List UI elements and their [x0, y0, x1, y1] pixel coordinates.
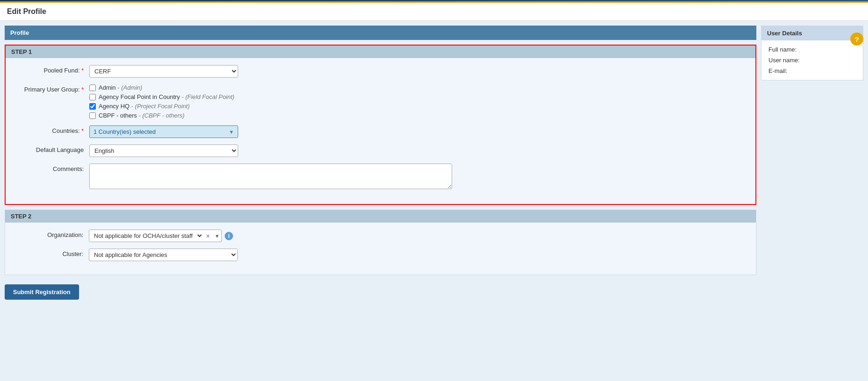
pooled-fund-control: CERF CBPF: [89, 65, 238, 78]
organization-info-icon[interactable]: i: [225, 232, 233, 240]
organization-clear-button[interactable]: ×: [203, 231, 213, 241]
organization-label: Organization:: [14, 230, 89, 238]
primary-user-group-label: Primary User Group: *: [15, 84, 89, 93]
checkbox-afpic-row: Agency Focal Point in Country - (Field F…: [89, 93, 234, 100]
step2-header: STEP 2: [5, 210, 756, 223]
user-details-body: Full name: User name: E-mail:: [761, 40, 863, 80]
cluster-control: Not applicable for Agencies Cluster 1 Cl…: [89, 249, 238, 261]
comments-row: Comments:: [15, 164, 746, 190]
checkbox-agency-hq-row: Agency HQ - (Project Focal Point): [89, 103, 234, 110]
checkbox-admin[interactable]: [89, 85, 96, 91]
organization-control: Not applicable for OCHA/cluster staff × …: [89, 230, 233, 242]
organization-row: Organization: Not applicable for OCHA/cl…: [14, 230, 747, 242]
default-language-label: Default Language: [15, 145, 89, 153]
checkbox-admin-label[interactable]: Admin - (Admin): [99, 84, 142, 91]
user-details-panel: User Details Full name: User name: E-mai…: [761, 26, 863, 80]
org-dropdown-arrow-icon: ▼: [213, 233, 221, 239]
submit-registration-button[interactable]: Submit Registration: [5, 284, 79, 300]
checkbox-admin-row: Admin - (Admin): [89, 84, 234, 91]
profile-header-bar: Profile: [5, 26, 756, 40]
help-button[interactable]: ?: [850, 33, 863, 46]
step1-body: Pooled Fund: * CERF CBPF Primary User Gr…: [6, 58, 755, 204]
checkbox-agency-hq[interactable]: [89, 103, 96, 110]
default-language-select[interactable]: English French Spanish Arabic: [89, 145, 238, 157]
profile-section-header: Profile: [5, 26, 756, 40]
comments-label: Comments:: [15, 164, 89, 172]
left-panel: Profile STEP 1 Pooled Fund: * CERF: [5, 26, 756, 369]
countries-row: Countries: * 1 Country(ies) selected ▼: [15, 125, 746, 138]
step1-header: STEP 1: [6, 46, 755, 58]
org-select-inner: Not applicable for OCHA/cluster staff × …: [89, 230, 222, 242]
default-language-control: English French Spanish Arabic: [89, 145, 238, 157]
cluster-label: Cluster:: [14, 249, 89, 257]
checkbox-cbpf-others[interactable]: [89, 112, 96, 119]
pooled-fund-select[interactable]: CERF CBPF: [89, 65, 238, 78]
default-language-row: Default Language English French Spanish …: [15, 145, 746, 157]
primary-user-group-row: Primary User Group: * Admin - (Admin): [15, 84, 746, 119]
checkbox-cbpf-others-label[interactable]: CBPF - others - (CBPF - others): [99, 112, 185, 119]
page-title: Edit Profile: [0, 3, 868, 21]
step2-container: STEP 2 Organization: Not applicable for …: [5, 210, 756, 275]
primary-user-group-checkboxes: Admin - (Admin) Agency Focal Point in Co…: [89, 84, 234, 119]
main-layout: Profile STEP 1 Pooled Fund: * CERF: [0, 21, 868, 374]
checkbox-afpic-label[interactable]: Agency Focal Point in Country - (Field F…: [99, 93, 234, 100]
right-panel: User Details Full name: User name: E-mai…: [761, 26, 863, 369]
user-details-header: User Details: [761, 26, 863, 40]
step1-container: STEP 1 Pooled Fund: * CERF CBPF: [5, 45, 756, 205]
checkbox-cbpf-others-row: CBPF - others - (CBPF - others): [89, 112, 234, 119]
step2-body: Organization: Not applicable for OCHA/cl…: [5, 223, 756, 275]
checkbox-afpic[interactable]: [89, 94, 96, 100]
comments-textarea[interactable]: [89, 164, 452, 189]
countries-label: Countries: *: [15, 125, 89, 134]
countries-control: 1 Country(ies) selected ▼: [89, 125, 238, 138]
cluster-row: Cluster: Not applicable for Agencies Clu…: [14, 249, 747, 261]
full-name-row: Full name:: [768, 46, 856, 53]
submit-row: Submit Registration: [5, 280, 756, 302]
countries-multiselect-button[interactable]: 1 Country(ies) selected ▼: [89, 125, 238, 138]
cluster-select[interactable]: Not applicable for Agencies Cluster 1 Cl…: [89, 249, 238, 261]
user-name-row: User name:: [768, 57, 856, 64]
organization-select[interactable]: Not applicable for OCHA/cluster staff: [89, 230, 203, 242]
countries-dropdown-arrow: ▼: [229, 129, 234, 135]
pooled-fund-label: Pooled Fund: *: [15, 65, 89, 74]
checkbox-agency-hq-label[interactable]: Agency HQ - (Project Focal Point): [99, 103, 190, 110]
email-row: E-mail:: [768, 67, 856, 74]
pooled-fund-row: Pooled Fund: * CERF CBPF: [15, 65, 746, 78]
comments-control: [89, 164, 746, 190]
